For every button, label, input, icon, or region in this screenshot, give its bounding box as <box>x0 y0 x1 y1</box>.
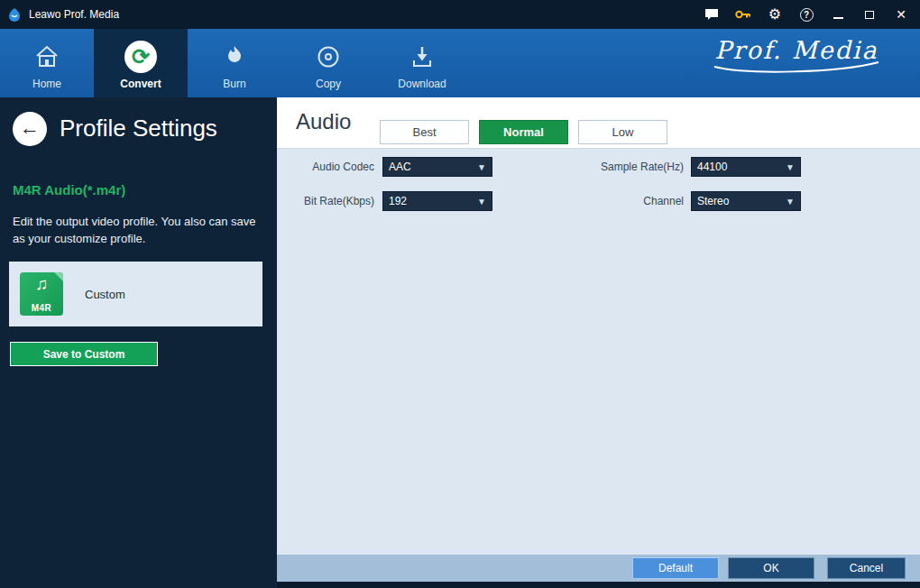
section-title: Audio <box>296 109 351 134</box>
tab-convert[interactable]: ⟳ Convert <box>94 29 188 97</box>
channel-dropdown[interactable]: Stereo ▼ <box>691 191 801 211</box>
profile-name: M4R Audio(*.m4r) <box>13 182 125 198</box>
convert-refresh-glyph: ⟳ <box>124 41 157 73</box>
audio-settings-panel: Audio Best Normal Low Audio Codec AAC ▼ … <box>277 97 920 588</box>
back-button[interactable]: ← <box>13 112 47 146</box>
music-note-icon: ♫ <box>20 274 63 294</box>
minimize-button[interactable] <box>830 6 846 23</box>
chevron-down-icon: ▼ <box>477 197 486 207</box>
dialog-footer: Default OK Cancel <box>277 555 920 582</box>
sample-rate-dropdown[interactable]: 44100 ▼ <box>691 157 801 177</box>
audio-header: Audio Best Normal Low <box>277 97 920 149</box>
bit-rate-value: 192 <box>389 195 407 207</box>
close-button[interactable]: ✕ <box>893 6 909 23</box>
back-arrow-icon: ← <box>20 118 40 138</box>
cancel-button[interactable]: Cancel <box>827 557 906 579</box>
profile-settings-sidebar: ← Profile Settings M4R Audio(*.m4r) Edit… <box>0 97 277 588</box>
nav-tabs: Home ⟳ Convert Burn <box>0 29 469 97</box>
minimize-glyph <box>833 17 843 19</box>
tab-burn[interactable]: Burn <box>188 29 281 97</box>
convert-icon: ⟳ <box>124 38 157 76</box>
channel-value: Stereo <box>697 195 729 207</box>
help-glyph: ? <box>800 8 814 22</box>
help-icon[interactable]: ? <box>798 6 814 23</box>
titlebar-left: Leawo Prof. Media <box>0 7 119 22</box>
brand-text: Prof. Media <box>714 36 878 64</box>
tab-burn-label: Burn <box>223 78 245 90</box>
save-to-custom-button[interactable]: Save to Custom <box>10 342 158 366</box>
m4r-icon-label: M4R <box>20 303 63 313</box>
tab-copy[interactable]: Copy <box>281 29 375 97</box>
sample-rate-value: 44100 <box>697 161 727 173</box>
maximize-button[interactable] <box>861 6 878 23</box>
audio-codec-label: Audio Codec <box>277 157 374 177</box>
bit-rate-label: Bit Rate(Kbps) <box>277 191 374 211</box>
ok-button[interactable]: OK <box>728 557 814 579</box>
sample-rate-label: Sample Rate(Hz) <box>547 157 684 177</box>
profile-description: Edit the output video profile. You also … <box>13 213 263 247</box>
titlebar: Leawo Prof. Media ⚙ ? <box>0 0 920 29</box>
brand-signature: Prof. Media <box>711 36 882 75</box>
bottom-strip <box>277 582 920 588</box>
app-logo-icon <box>7 7 22 22</box>
tab-download-label: Download <box>398 78 446 90</box>
chevron-down-icon: ▼ <box>477 162 486 172</box>
copy-disc-icon <box>315 38 342 76</box>
quality-normal-button[interactable]: Normal <box>479 120 568 144</box>
tab-download[interactable]: Download <box>375 29 469 97</box>
chevron-down-icon: ▼ <box>786 162 795 172</box>
key-icon[interactable] <box>735 6 751 23</box>
quality-low-button[interactable]: Low <box>578 120 667 144</box>
gear-icon[interactable]: ⚙ <box>767 6 783 23</box>
audio-codec-value: AAC <box>389 161 411 173</box>
channel-label: Channel <box>547 191 684 211</box>
chevron-down-icon: ▼ <box>786 197 795 207</box>
audio-codec-dropdown[interactable]: AAC ▼ <box>382 157 492 177</box>
custom-profile-label: Custom <box>85 288 125 301</box>
titlebar-controls: ⚙ ? ✕ <box>704 6 920 23</box>
maximize-glyph <box>865 11 874 19</box>
app-title: Leawo Prof. Media <box>29 8 119 21</box>
message-icon[interactable] <box>704 6 720 23</box>
download-icon <box>409 38 436 76</box>
default-button[interactable]: Default <box>632 557 719 579</box>
tab-home[interactable]: Home <box>0 29 94 97</box>
app-window: Leawo Prof. Media ⚙ ? <box>0 0 920 588</box>
home-icon <box>33 38 60 76</box>
custom-profile-item[interactable]: ♫ M4R Custom <box>9 262 262 326</box>
tab-convert-label: Convert <box>120 78 161 90</box>
main-navbar: Home ⟳ Convert Burn <box>0 29 920 97</box>
tab-copy-label: Copy <box>316 78 341 90</box>
burn-flame-icon <box>221 38 248 76</box>
m4r-file-icon: ♫ M4R <box>20 272 63 316</box>
page-title: Profile Settings <box>60 115 217 142</box>
quality-best-button[interactable]: Best <box>380 120 469 144</box>
tab-home-label: Home <box>32 78 61 90</box>
bit-rate-dropdown[interactable]: 192 ▼ <box>382 191 492 211</box>
